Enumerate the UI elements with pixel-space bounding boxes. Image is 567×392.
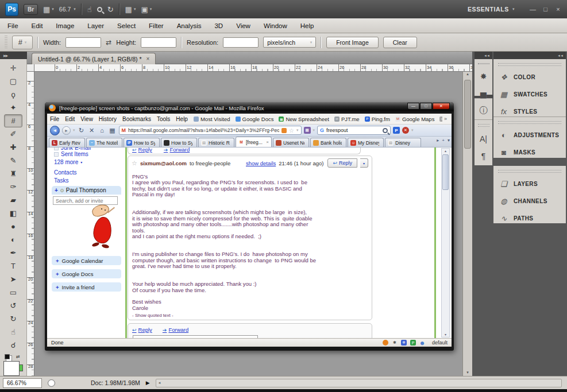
menu-item[interactable]: Tools — [157, 116, 170, 122]
type-tool[interactable]: T — [4, 259, 22, 273]
show-details-link[interactable]: show details — [246, 160, 276, 166]
browser-tab[interactable]: Usenet Ne... — [273, 138, 309, 147]
panel-layers[interactable]: ❏LAYERS — [493, 175, 566, 192]
menu-item[interactable]: Layer — [87, 22, 104, 29]
scrollbar-thumb[interactable] — [442, 154, 449, 190]
pen-tool[interactable]: ✒ — [4, 246, 22, 259]
reply-link[interactable]: ↩Reply — [132, 148, 152, 153]
tab-scroll-icon[interactable]: ▸ — [437, 138, 439, 143]
bookmark-star-icon[interactable]: ☆ — [289, 127, 294, 134]
browser-tab[interactable]: ~ The Noteb... — [86, 138, 122, 147]
toolbar-overflow-icon[interactable]: ▾ — [411, 128, 414, 133]
add-contact-icon[interactable]: + — [55, 187, 58, 193]
maximize-button[interactable]: □ — [420, 103, 432, 110]
home-icon[interactable]: ⌂ — [98, 127, 106, 134]
canvas-horizontal-scrollbar[interactable]: ◂ — [156, 379, 562, 387]
info-icon[interactable]: ⓘ — [476, 102, 491, 119]
menu-item[interactable]: History — [99, 116, 117, 122]
front-image-button[interactable]: Front Image — [326, 37, 379, 48]
status-menu-arrow-icon[interactable]: ▶ — [146, 380, 150, 386]
menu-item[interactable]: File — [50, 116, 59, 122]
star-icon[interactable]: ☆ — [132, 160, 137, 167]
hand-tool[interactable]: ☝ — [4, 325, 22, 339]
foreground-color-swatch[interactable] — [3, 361, 20, 376]
adblock-icon[interactable]: ✕ — [402, 127, 409, 134]
panel-adjustments[interactable]: ◐ADJUSTMENTS — [493, 126, 566, 143]
browser-tab[interactable]: How to Sy... — [161, 138, 197, 147]
menu-item[interactable]: Help — [176, 116, 188, 122]
panel-channels[interactable]: ◍CHANNELS — [493, 192, 566, 209]
tab-close-icon[interactable]: × — [266, 139, 269, 145]
height-field[interactable] — [141, 37, 176, 48]
url-dropdown-icon[interactable]: ▾ — [296, 128, 299, 133]
menu-item[interactable]: Window — [264, 22, 287, 29]
collapse-dock-icon[interactable]: ◄◄ — [493, 52, 566, 59]
browser-tab[interactable]: ▤ Disney — [385, 138, 421, 147]
swap-colors-icon[interactable]: ⇄ — [16, 354, 20, 359]
bookmark-item[interactable]: Google Docs — [236, 116, 274, 122]
default-colors-icon[interactable] — [5, 354, 10, 359]
bookmarks-overflow-icon[interactable]: » — [442, 116, 449, 122]
search-magnifier-icon[interactable] — [383, 128, 388, 133]
extension-status-icon[interactable] — [383, 340, 388, 346]
lasso-tool[interactable]: ϙ — [4, 88, 22, 101]
sidebar-gadget[interactable]: +Google Docs — [52, 269, 121, 278]
sidebar-gadget[interactable]: +Invite a friend — [52, 282, 121, 292]
sidebar-tasks[interactable]: Tasks — [54, 177, 69, 184]
reply-link[interactable]: ↩Reply — [132, 327, 152, 333]
character-icon[interactable]: A| — [476, 130, 491, 148]
menu-item[interactable]: Select — [117, 22, 136, 29]
crop-tool-preset[interactable]: #▾ — [12, 36, 33, 49]
menu-item[interactable]: Analysis — [177, 22, 202, 29]
extension-snowflake-icon[interactable]: ❄ — [401, 340, 407, 346]
scroll-up-icon[interactable]: ▴ — [466, 72, 469, 76]
brush-tool[interactable]: ✎ — [4, 154, 22, 167]
maximize-button[interactable]: □ — [542, 6, 549, 13]
menu-item[interactable]: 3D — [214, 22, 223, 29]
firefox-title-bar[interactable]: [freegle-people] screen shots - captbunz… — [45, 102, 454, 114]
swap-dimensions-icon[interactable]: ⇄ — [106, 38, 111, 46]
3d-orbit-tool[interactable]: ↻ — [4, 312, 22, 325]
canvas-vertical-scrollbar[interactable]: ▴ ▾ — [462, 72, 472, 376]
scroll-left-icon[interactable]: ◂ — [159, 381, 161, 385]
document-tab[interactable]: Untitled-1 @ 66.7% (Layer 1, RGB/8) * × — [32, 53, 156, 64]
refresh-icon[interactable]: ↻ — [78, 127, 86, 134]
sidebar-sent-items[interactable]: Sent Items — [54, 151, 88, 157]
history-dropdown-icon[interactable]: ▾ — [73, 128, 75, 133]
bridge-button[interactable]: Br — [24, 4, 38, 15]
bookmark-item[interactable]: PPing.fm — [365, 116, 390, 122]
delicious-icon[interactable]: ▦ — [109, 127, 117, 134]
chat-header[interactable]: + Paul Thompson — [52, 186, 121, 195]
greasemonkey-icon[interactable]: ✱ — [392, 340, 398, 346]
rounded-rectangle-tool[interactable]: ▭ — [4, 286, 22, 299]
pingfm-icon[interactable]: P — [393, 127, 400, 134]
back-button[interactable]: ◄ — [50, 126, 60, 135]
menu-item[interactable]: File — [7, 22, 18, 29]
clone-stamp-tool[interactable]: ♜ — [4, 167, 22, 180]
forward-link[interactable]: ➔Forward — [164, 148, 190, 153]
panel-masks[interactable]: ◙MASKS — [493, 143, 566, 161]
bookmark-item[interactable]: ∞PJT.me — [334, 116, 360, 122]
zoom-tool-icon[interactable] — [97, 7, 102, 12]
zoom-percent-field[interactable]: 66.67% — [3, 378, 42, 388]
resolution-unit-select[interactable]: pixels/inch▾ — [263, 37, 316, 48]
person-icon[interactable]: ☻ — [419, 340, 425, 346]
url-bar[interactable]: M https://mail.google.com/mail/?shva=1#l… — [119, 126, 302, 135]
bookmark-item[interactable]: MGoogle Maps — [395, 116, 435, 122]
path-selection-tool[interactable]: ➤ — [4, 273, 22, 286]
rectangular-marquee-tool[interactable]: ▢ — [4, 75, 22, 88]
zoom-level-dropdown[interactable]: 66.7▾ — [59, 6, 76, 13]
page-scrollbar[interactable]: ▴ ▾ — [441, 148, 450, 337]
browser-tab[interactable]: ▤ Historic Ro... — [198, 138, 234, 147]
browser-tab[interactable]: L Early Revie... — [49, 138, 85, 147]
hand-tool-icon[interactable]: ☝ — [87, 5, 92, 14]
3d-rotate-tool[interactable]: ↺ — [4, 299, 22, 312]
new-tab-button[interactable]: + — [442, 138, 445, 143]
bookmark-item[interactable]: Most Visited — [194, 116, 230, 122]
navigator-icon[interactable]: ✸ — [476, 68, 491, 85]
menu-item[interactable]: View — [236, 22, 250, 29]
panel-color[interactable]: ❖COLOR — [493, 68, 566, 86]
reply-button[interactable]: ↩Reply — [327, 158, 357, 168]
close-document-icon[interactable]: × — [146, 56, 149, 62]
paragraph-icon[interactable]: ¶ — [476, 148, 491, 165]
